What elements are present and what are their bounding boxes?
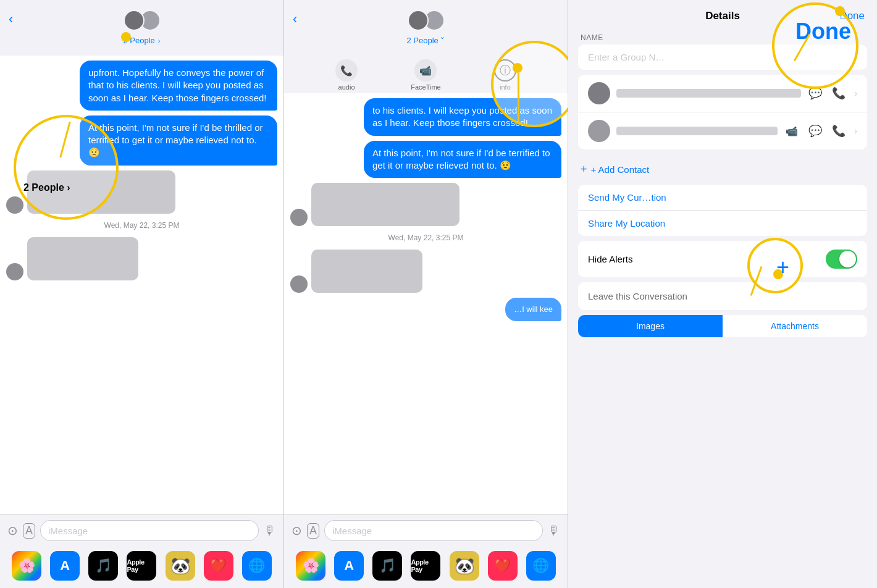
- dock-music-2[interactable]: 🎵: [372, 551, 402, 581]
- mic-icon-1[interactable]: 🎙: [264, 524, 276, 538]
- bubble-outgoing-3: to his clients. I will keep you posted a…: [364, 98, 561, 136]
- back-button-2[interactable]: ‹: [293, 11, 297, 27]
- input-row-1: ⊙ A iMessage 🎙: [0, 514, 283, 546]
- group-name-row[interactable]: Enter a Group N…: [578, 44, 867, 70]
- send-location-row[interactable]: Send My Cur…tion: [578, 185, 867, 211]
- timestamp-1: Wed, May 22, 3:25 PM: [6, 221, 277, 230]
- mic-icon-2[interactable]: 🎙: [548, 524, 560, 538]
- hide-alerts-row: Hide Alerts: [578, 241, 867, 277]
- contact-avatar-2: [588, 120, 610, 142]
- group-name-2[interactable]: 2 People ˅: [407, 36, 445, 45]
- done-button[interactable]: Done: [839, 10, 865, 22]
- hide-alerts-label: Hide Alerts: [588, 254, 633, 264]
- leave-label: Leave this Conversation: [588, 291, 687, 301]
- facetime-label: FaceTime: [411, 83, 441, 91]
- panel2-header: ‹ 2 People ˅: [284, 0, 568, 56]
- messages-area-2: to his clients. I will keep you posted a…: [284, 93, 568, 514]
- tab-bar: Images Attachments: [578, 315, 867, 337]
- chevron-icon-2: ›: [854, 126, 857, 136]
- app-dock-2: 🌸 A 🎵 Apple Pay 🐼 ❤️ 🌐: [284, 546, 568, 588]
- dock-globe-1[interactable]: 🌐: [242, 551, 272, 581]
- contact-actions-1: 💬 📞 ›: [807, 85, 857, 101]
- panel2: ‹ 2 People ˅ 📞 audio 📹 FaceTime ⓘ info t…: [284, 0, 568, 588]
- dock-heart-1[interactable]: ❤️: [204, 551, 233, 581]
- message-icon-1[interactable]: 💬: [807, 85, 823, 101]
- group-name-1[interactable]: 2 People ›: [123, 36, 160, 45]
- facetime-button[interactable]: 📹 FaceTime: [411, 59, 441, 91]
- phone-icon-1[interactable]: 📞: [831, 85, 847, 101]
- dock-emoji-1[interactable]: 🐼: [166, 551, 195, 581]
- tab-images[interactable]: Images: [578, 315, 723, 337]
- dock-emoji-2[interactable]: 🐼: [450, 551, 479, 581]
- message-icon-2[interactable]: 💬: [807, 123, 823, 139]
- contact-avatar-1: [588, 82, 610, 104]
- blurred-message-3: [311, 183, 459, 226]
- contact-name-blur-2: [616, 127, 778, 135]
- app-dock-1: 🌸 A 🎵 Apple Pay 🐼 ❤️ 🌐: [0, 546, 283, 588]
- facetime-icon: 📹: [414, 59, 437, 82]
- plus-icon-add: +: [581, 163, 587, 176]
- bubble-incoming-row-3: [290, 183, 561, 226]
- audio-button[interactable]: 📞 audio: [335, 59, 358, 91]
- imessage-input-2[interactable]: iMessage: [324, 520, 543, 541]
- tab-attachments[interactable]: Attachments: [723, 315, 867, 337]
- incoming-avatar-1: [6, 196, 23, 214]
- toggle-knob: [839, 251, 856, 267]
- dock-music-1[interactable]: 🎵: [88, 551, 118, 581]
- info-label: info: [500, 83, 511, 91]
- info-button[interactable]: ⓘ info: [494, 59, 516, 91]
- bubble-incoming-row-2: [6, 237, 277, 280]
- phone-icon-2[interactable]: 📞: [831, 123, 847, 139]
- messages-area-1: upfront. Hopefully he conveys the power …: [0, 56, 283, 514]
- audio-icon: 📞: [335, 59, 358, 82]
- group-name-input[interactable]: Enter a Group N…: [588, 52, 665, 62]
- camera-icon-2[interactable]: ⊙: [292, 523, 302, 538]
- contacts-card: 💬 📞 › 📹 💬 📞 ›: [578, 75, 867, 149]
- bubble-outgoing-5: …I will kee: [505, 298, 561, 321]
- blurred-message-2: [27, 237, 138, 280]
- apps-icon-2[interactable]: A: [307, 523, 319, 539]
- back-button-1[interactable]: ‹: [9, 11, 13, 27]
- group-name-card: Enter a Group N…: [578, 44, 867, 70]
- dock-globe-2[interactable]: 🌐: [526, 551, 556, 581]
- incoming-avatar-3: [290, 209, 308, 226]
- dock-applepay-1[interactable]: Apple Pay: [127, 551, 156, 581]
- video-icon-2[interactable]: 📹: [784, 123, 800, 139]
- location-card: Send My Cur…tion Share My Location: [578, 185, 867, 236]
- dock-appstore-2[interactable]: A: [334, 551, 364, 581]
- add-contact-link[interactable]: + + Add Contact: [568, 154, 877, 185]
- contact-row-1: 💬 📞 ›: [578, 75, 867, 112]
- dock-appstore-1[interactable]: A: [50, 551, 80, 581]
- group-avatar-2: [408, 6, 445, 35]
- info-icon: ⓘ: [494, 59, 516, 82]
- annotation-line-2: [518, 73, 519, 122]
- send-location-label: Send My Cur…tion: [588, 192, 857, 203]
- leave-row[interactable]: Leave this Conversation: [578, 282, 867, 310]
- imessage-input-1[interactable]: iMessage: [40, 520, 259, 541]
- panel1-header: ‹ 2 People ›: [0, 0, 283, 56]
- action-row-2: 📞 audio 📹 FaceTime ⓘ info: [284, 56, 568, 93]
- camera-icon[interactable]: ⊙: [7, 523, 18, 538]
- contact-row-2: 📹 💬 📞 ›: [578, 112, 867, 149]
- bubble-incoming-row-4: [290, 250, 561, 293]
- bubble-outgoing-4: At this point, I'm not sure if I'd be te…: [364, 141, 561, 178]
- details-title: Details: [705, 10, 740, 22]
- annotation-people-label: 2 People ›: [23, 182, 70, 193]
- input-row-2: ⊙ A iMessage 🎙: [284, 514, 568, 546]
- hide-alerts-toggle[interactable]: [826, 250, 857, 269]
- avatar-person1: [124, 10, 145, 31]
- incoming-avatar-2: [6, 263, 23, 280]
- chevron-down-icon: ˅: [440, 36, 445, 45]
- dock-photos-1[interactable]: 🌸: [12, 551, 41, 581]
- apps-icon[interactable]: A: [23, 523, 35, 539]
- dock-photos-2[interactable]: 🌸: [296, 551, 325, 581]
- dock-applepay-2[interactable]: Apple Pay: [411, 551, 440, 581]
- share-location-label: Share My Location: [588, 218, 857, 229]
- contact-name-blur-1: [616, 89, 801, 98]
- add-contact-label: + Add Contact: [591, 164, 650, 175]
- share-location-row[interactable]: Share My Location: [578, 211, 867, 236]
- dock-heart-2[interactable]: ❤️: [488, 551, 518, 581]
- timestamp-2: Wed, May 22, 3:25 PM: [290, 233, 561, 242]
- chevron-icon: ›: [156, 37, 161, 44]
- contact-actions-2: 📹 💬 📞 ›: [784, 123, 857, 139]
